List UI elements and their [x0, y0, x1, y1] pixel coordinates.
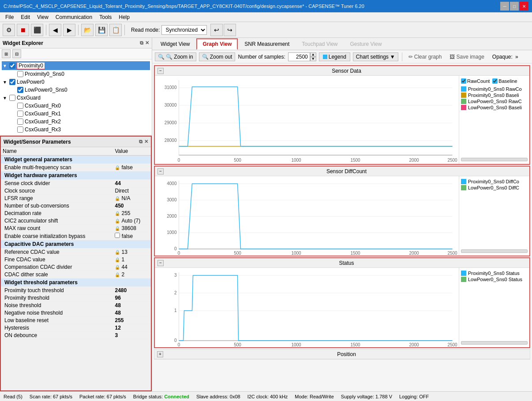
svg-text:1: 1 — [174, 308, 177, 313]
tree-checkbox-rx3[interactable] — [17, 126, 23, 133]
minimize-button[interactable]: ─ — [500, 2, 509, 11]
toolbar-sep-2 — [78, 25, 79, 35]
tree-toggle-csxguard[interactable]: ▼ — [2, 95, 8, 101]
tree-checkbox-rx0[interactable] — [17, 103, 23, 109]
coarse-init-checkbox[interactable] — [115, 233, 120, 238]
save-image-button[interactable]: 🖼 Save image — [447, 53, 487, 61]
opaque-label: Opaque: — [492, 54, 513, 60]
position-collapse-btn[interactable]: + — [157, 351, 163, 357]
status-collapse-btn[interactable]: − — [157, 260, 164, 266]
zoom-out-label: Zoom out — [210, 54, 232, 60]
tree-item-lowpower0[interactable]: ▼ LowPower0 — [2, 78, 150, 86]
clear-graph-label: Clear graph — [414, 54, 442, 60]
tree-checkbox-rx1[interactable] — [17, 111, 23, 117]
svg-text:0: 0 — [174, 246, 177, 251]
menu-communication[interactable]: Communication — [52, 13, 96, 21]
tree-item-csxguard-rx2[interactable]: ▶ CsxGuard_Rx2 — [2, 118, 150, 126]
menu-tools[interactable]: Tools — [96, 13, 115, 21]
tab-widget-view[interactable]: Widget View — [155, 39, 195, 49]
svg-text:1000: 1000 — [291, 251, 301, 256]
params-header: Widget/Sensor Parameters ⧉ ✕ — [1, 137, 151, 147]
chart-settings-button[interactable]: Chart settings ▼ — [353, 52, 398, 61]
sensor-data-header: − Sensor Data — [155, 66, 529, 76]
menu-view[interactable]: View — [34, 13, 52, 21]
params-table: Name Value Widget general parameters Ena… — [1, 147, 151, 339]
undo-button[interactable]: ↩ — [210, 24, 223, 36]
legend-color-prox-base — [461, 93, 466, 98]
tree-checkbox-lowpower0[interactable] — [9, 79, 15, 85]
widget-explorer-header: Widget Explorer ⧉ ✕ — [0, 38, 152, 48]
status-read: Read (5) — [4, 394, 22, 399]
toolbar-btn-pause[interactable]: ⬛ — [31, 24, 43, 36]
tree-checkbox-sns0[interactable] — [17, 71, 23, 77]
sensor-diffcount-collapse-btn[interactable]: − — [157, 168, 164, 175]
toolbar-btn-fwd[interactable]: ▶ — [63, 24, 75, 36]
restore-icon[interactable]: ⧉ — [140, 40, 143, 46]
sensor-diffcount-svg: 4000 3000 2000 1000 0 0 500 — [155, 176, 459, 256]
menu-edit[interactable]: Edit — [17, 13, 34, 21]
tree-item-csxguard-rx1[interactable]: ▶ CsxGuard_Rx1 — [2, 110, 150, 118]
close-panel-icon[interactable]: ✕ — [145, 40, 149, 46]
toolbar-btn-stop[interactable]: ⏹ — [17, 24, 29, 36]
zoom-out-button[interactable]: 🔍 Zoom out — [199, 52, 236, 61]
toolbar-btn-1[interactable]: ⚙ — [3, 24, 15, 36]
redo-button[interactable]: ↪ — [224, 24, 236, 36]
tree-toggle-lowpower0[interactable]: ▼ — [2, 79, 8, 85]
svg-text:500: 500 — [234, 251, 241, 256]
svg-text:2500: 2500 — [447, 158, 457, 163]
tree-item-csxguard-rx3[interactable]: ▶ CsxGuard_Rx3 — [2, 126, 150, 134]
legend-text-prox-raw: Proximity0_Sns0 RawCo — [468, 86, 522, 92]
toolbar-sep-1 — [46, 25, 46, 35]
clear-graph-button[interactable]: ✏ Clear graph — [406, 53, 445, 61]
status-logging: Logging: OFF — [399, 394, 429, 399]
legend-text-low-status: LowPower0_Sns0 Status — [468, 277, 522, 282]
tree-item-lowpower0-sns0[interactable]: ▶ LowPower0_Sns0 — [2, 86, 150, 94]
legend-text-prox-diff: Proximity0_Sns0 DiffCo — [468, 179, 519, 184]
tree-checkbox-proximity0[interactable] — [9, 63, 15, 69]
tree-toggle-proximity0[interactable]: ▼ — [2, 63, 8, 69]
tree-item-proximity0-sns0[interactable]: ▶ Proximity0_Sns0 — [2, 70, 150, 78]
tab-snr-measurement[interactable]: SNR Measurement — [239, 39, 295, 49]
menu-help[interactable]: Help — [115, 13, 133, 21]
samples-up-btn[interactable]: ▲ — [310, 52, 316, 57]
maximize-button[interactable]: □ — [510, 2, 519, 11]
zoom-in-icon: 🔍 — [158, 54, 165, 60]
toolbar-btn-back[interactable]: ◀ — [49, 24, 61, 36]
param-prox-touch-threshold: Proximity touch threshold 2480 — [1, 287, 151, 294]
expand-all-btn[interactable]: ⊞ — [2, 49, 11, 58]
legend-item-prox-rawcount: Proximity0_Sns0 RawCo — [461, 86, 528, 92]
collapse-all-btn[interactable]: ⊟ — [12, 49, 21, 58]
close-button[interactable]: ✕ — [520, 2, 528, 11]
right-panel: Widget View Graph View SNR Measurement T… — [152, 38, 532, 391]
tree-checkbox-csxguard[interactable] — [9, 95, 15, 101]
tree-item-csxguard-rx0[interactable]: ▶ CsxGuard_Rx0 — [2, 102, 150, 110]
menu-file[interactable]: File — [2, 13, 17, 21]
restore-params-icon[interactable]: ⧉ — [139, 139, 142, 145]
tree-label-rx0: CsxGuard_Rx0 — [25, 103, 61, 109]
tree-checkbox-lowpower0-sns0[interactable] — [17, 87, 23, 93]
sensor-data-collapse-btn[interactable]: − — [157, 68, 164, 74]
status-packet-rate: Packet rate: 67 pkts/s — [79, 394, 126, 399]
sensor-diffcount-chart: − Sensor DiffCount 4000 3000 2000 — [154, 166, 530, 256]
tree-item-proximity0[interactable]: ▼ Proximity0 — [2, 61, 150, 70]
tree-checkbox-rx2[interactable] — [17, 119, 23, 125]
toolbar-btn-report[interactable]: 📋 — [109, 24, 122, 36]
legend-rawcount-checkbox[interactable] — [461, 78, 466, 84]
samples-label: Number of samples: — [238, 54, 285, 60]
samples-input[interactable] — [288, 52, 310, 61]
toolbar-btn-export[interactable]: 💾 — [95, 24, 108, 36]
section-widget-general: Widget general parameters — [1, 156, 151, 164]
samples-down-btn[interactable]: ▼ — [310, 57, 316, 61]
svg-text:2000: 2000 — [167, 214, 177, 219]
read-mode-select[interactable]: Synchronized Manual Continuous — [161, 25, 207, 35]
zoom-out-icon: 🔍 — [202, 54, 209, 60]
toolbar-btn-import[interactable]: 📂 — [81, 24, 94, 36]
legend-button[interactable]: Legend — [319, 52, 350, 61]
close-params-icon[interactable]: ✕ — [144, 139, 148, 145]
zoom-in-button[interactable]: 🔍 🔍 Zoom in — [155, 52, 196, 61]
tree-item-csxguard[interactable]: ▼ CsxGuard — [2, 94, 150, 102]
tab-graph-view[interactable]: Graph View — [196, 38, 238, 50]
legend-baseline-checkbox[interactable] — [492, 78, 498, 84]
widget-explorer-icons: ⧉ ✕ — [140, 40, 149, 46]
svg-text:0: 0 — [178, 342, 180, 347]
